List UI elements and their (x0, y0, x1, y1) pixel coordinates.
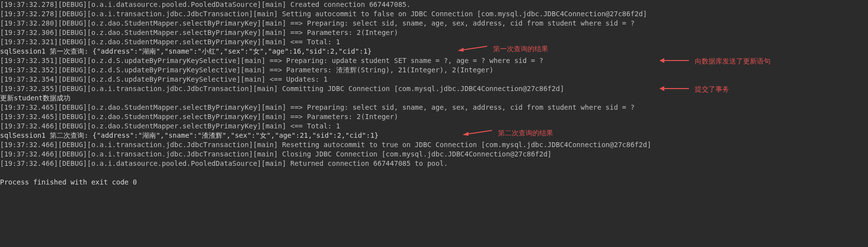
log-line: [19:37:32.278][DEBUG][o.a.i.transaction.… (0, 10, 647, 18)
log-line: [19:37:32.355][DEBUG][o.a.i.transaction.… (0, 85, 564, 93)
log-line: [19:37:32.466][DEBUG][o.a.i.datasource.p… (0, 159, 448, 167)
log-line: [19:37:32.321][DEBUG][o.z.dao.StudentMap… (0, 38, 340, 46)
log-line: [19:37:32.351][DEBUG][o.z.d.S.updateByPr… (0, 57, 543, 64)
log-line: [19:37:32.352][DEBUG][o.z.d.S.updateByPr… (0, 66, 494, 74)
svg-marker-1 (458, 48, 464, 52)
log-line: [19:37:32.280][DEBUG][o.z.dao.StudentMap… (0, 19, 635, 27)
arrow-icon (659, 85, 689, 93)
log-line: [19:37:32.465][DEBUG][o.z.dao.StudentMap… (0, 103, 635, 111)
console-output[interactable]: [19:37:32.278][DEBUG][o.a.i.datasource.p… (0, 0, 868, 192)
stdout-line: sqlSession1 第二次查询: {"address":"湖南","snam… (0, 131, 378, 139)
svg-line-0 (461, 46, 487, 50)
annotation-commit-transaction: 提交了事务 (659, 84, 729, 94)
svg-marker-7 (463, 132, 468, 136)
log-line: [19:37:32.465][DEBUG][o.z.dao.StudentMap… (0, 113, 398, 121)
svg-marker-5 (659, 86, 664, 91)
arrow-icon (659, 57, 689, 65)
stdout-line: 更新student数据成功 (0, 94, 70, 102)
log-line: [19:37:32.466][DEBUG][o.a.i.transaction.… (0, 141, 651, 149)
log-line: [19:37:32.466][DEBUG][o.z.dao.StudentMap… (0, 122, 340, 130)
log-line: [19:37:32.354][DEBUG][o.z.d.S.updateByPr… (0, 75, 328, 83)
log-line: [19:37:32.306][DEBUG][o.z.dao.StudentMap… (0, 29, 398, 36)
process-exit-line: Process finished with exit code 0 (0, 178, 137, 186)
log-line: [19:37:32.466][DEBUG][o.a.i.transaction.… (0, 150, 552, 158)
log-line: [19:37:32.278][DEBUG][o.a.i.datasource.p… (0, 0, 410, 8)
stdout-line: sqlSession1 第一次查询: {"address":"湖南","snam… (0, 47, 372, 55)
svg-line-6 (465, 130, 492, 134)
svg-marker-3 (659, 58, 664, 63)
annotation-db-update-sent: 向数据库发送了更新语句 (659, 56, 771, 66)
